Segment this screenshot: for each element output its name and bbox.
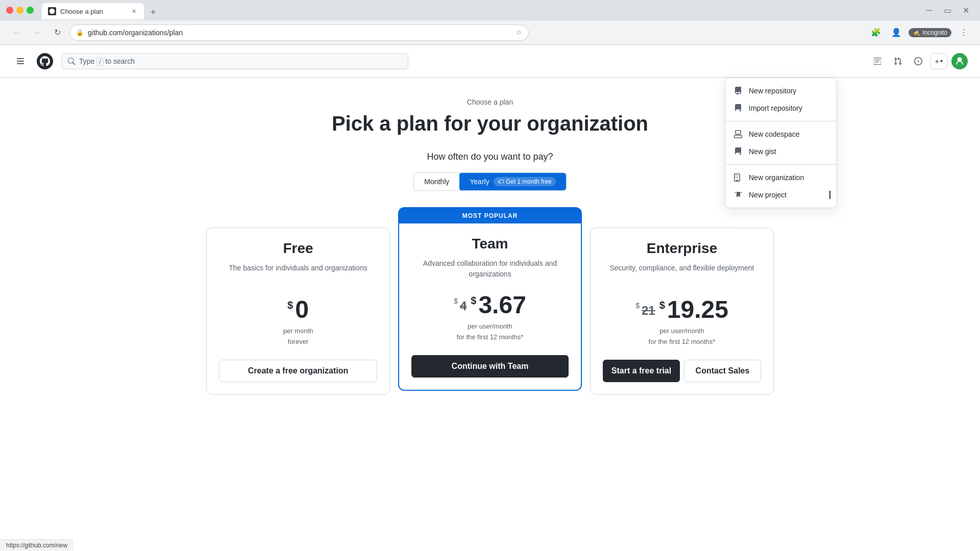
forward-button[interactable]: → bbox=[29, 24, 45, 41]
issues-icon[interactable] bbox=[910, 53, 926, 69]
enterprise-button-group: Start a free trial Contact Sales bbox=[603, 360, 761, 382]
team-plan-desc: Advanced collaboration for individuals a… bbox=[411, 258, 569, 281]
restore-icon[interactable]: ▭ bbox=[939, 2, 955, 18]
import-icon bbox=[733, 104, 743, 113]
active-tab[interactable]: Choose a plan ✕ bbox=[42, 3, 144, 19]
window-maximize-button[interactable] bbox=[27, 7, 34, 14]
free-plan-price: $ 0 bbox=[219, 297, 377, 322]
team-price-original: 4 bbox=[460, 299, 467, 313]
back-button[interactable]: ← bbox=[8, 24, 24, 41]
status-url: https://github.com/new bbox=[6, 542, 67, 549]
team-price-amount: 3.67 bbox=[478, 293, 526, 317]
new-dropdown-button[interactable]: + ▾ bbox=[930, 53, 947, 69]
free-plan-button[interactable]: Create a free organization bbox=[219, 360, 377, 382]
lock-icon: 🔒 bbox=[76, 29, 84, 36]
extensions-icon[interactable]: 🧩 bbox=[868, 24, 884, 41]
import-repository-label: Import repository bbox=[749, 104, 802, 112]
team-plan-card: MOST POPULAR Team Advanced collaboration… bbox=[398, 207, 582, 391]
free-plan-desc: The basics for individuals and organizat… bbox=[219, 263, 377, 285]
team-plan-price: $ 4 $ 3.67 bbox=[411, 293, 569, 317]
free-plan-name: Free bbox=[219, 240, 377, 257]
search-placeholder: Type / to search bbox=[79, 57, 135, 65]
status-bar: https://github.com/new bbox=[0, 539, 74, 551]
address-text: github.com/organizations/plan bbox=[88, 29, 512, 37]
billing-toggle: Monthly Yearly 🏷 Get 1 month free bbox=[413, 172, 566, 191]
new-repository-label: New repository bbox=[749, 87, 796, 95]
featured-badge: MOST POPULAR bbox=[399, 208, 581, 223]
enterprise-plan-price: $ 21 $ 19.25 bbox=[603, 297, 761, 322]
new-project-label: New project bbox=[749, 191, 787, 199]
dropdown-divider-2 bbox=[725, 164, 837, 165]
cursor-indicator bbox=[829, 191, 830, 199]
github-logo[interactable] bbox=[37, 53, 53, 69]
plus-dropdown-menu: New repository Import repository New cod… bbox=[725, 78, 837, 208]
dropdown-item-import-repository[interactable]: Import repository bbox=[725, 99, 837, 117]
pricing-section: Free The basics for individuals and orga… bbox=[0, 207, 980, 395]
codespace-icon bbox=[733, 130, 743, 139]
minimize-icon[interactable]: ─ bbox=[921, 2, 937, 18]
tag-icon: 🏷 bbox=[498, 178, 504, 185]
billing-badge: 🏷 Get 1 month free bbox=[494, 177, 556, 186]
enterprise-sales-button[interactable]: Contact Sales bbox=[684, 360, 761, 382]
window-minimize-button[interactable] bbox=[16, 7, 23, 14]
yearly-billing-option[interactable]: Yearly 🏷 Get 1 month free bbox=[459, 173, 566, 190]
hamburger-menu[interactable] bbox=[12, 53, 29, 69]
free-plan-period: per month forever bbox=[219, 326, 377, 347]
bookmark-icon[interactable]: ☆ bbox=[516, 29, 522, 36]
dropdown-item-new-project[interactable]: New project bbox=[725, 186, 837, 204]
command-palette-icon[interactable] bbox=[869, 53, 886, 69]
enterprise-plan-name: Enterprise bbox=[603, 240, 761, 257]
svg-point-0 bbox=[50, 9, 55, 14]
free-price-amount: 0 bbox=[295, 297, 309, 322]
free-plan-card: Free The basics for individuals and orga… bbox=[206, 228, 390, 395]
enterprise-trial-button[interactable]: Start a free trial bbox=[603, 360, 680, 382]
profile-icon[interactable]: 👤 bbox=[888, 24, 904, 41]
menu-icon[interactable]: ⋮ bbox=[955, 24, 972, 41]
organization-icon bbox=[733, 173, 743, 182]
tab-favicon bbox=[48, 7, 56, 15]
tab-title: Choose a plan bbox=[60, 8, 103, 15]
dropdown-item-new-organization[interactable]: New organization bbox=[725, 169, 837, 186]
new-gist-label: New gist bbox=[749, 147, 776, 156]
dropdown-divider-1 bbox=[725, 121, 837, 121]
enterprise-plan-card: Enterprise Security, compliance, and fle… bbox=[590, 228, 774, 395]
team-plan-period: per user/month for the first 12 months* bbox=[411, 321, 569, 343]
gist-icon bbox=[733, 147, 743, 156]
search-bar[interactable]: Type / to search bbox=[61, 53, 408, 69]
enterprise-price-original: 21 bbox=[642, 304, 655, 318]
pull-requests-icon[interactable] bbox=[890, 53, 906, 69]
incognito-badge: 🕵 Incognito bbox=[909, 28, 951, 37]
enterprise-price-amount: 19.25 bbox=[667, 297, 728, 322]
monthly-billing-option[interactable]: Monthly bbox=[414, 173, 459, 190]
close-icon[interactable]: ✕ bbox=[958, 2, 974, 18]
team-plan-button[interactable]: Continue with Team bbox=[411, 355, 569, 378]
incognito-icon: 🕵 bbox=[913, 29, 920, 36]
new-organization-label: New organization bbox=[749, 173, 804, 182]
new-codespace-label: New codespace bbox=[749, 130, 800, 138]
enterprise-plan-period: per user/month for the first 12 months* bbox=[603, 326, 761, 347]
github-header: Type / to search + ▾ bbox=[0, 45, 980, 78]
enterprise-plan-desc: Security, compliance, and flexible deplo… bbox=[603, 263, 761, 285]
new-tab-button[interactable]: + bbox=[146, 5, 160, 19]
dropdown-item-new-repository[interactable]: New repository bbox=[725, 82, 837, 99]
free-price-dollar: $ bbox=[287, 299, 293, 311]
reload-button[interactable]: ↻ bbox=[49, 24, 65, 41]
enterprise-price-original-dollar: $ bbox=[635, 302, 640, 310]
user-avatar[interactable] bbox=[951, 53, 968, 69]
address-bar[interactable]: 🔒 github.com/organizations/plan ☆ bbox=[69, 24, 529, 41]
dropdown-item-new-gist[interactable]: New gist bbox=[725, 143, 837, 160]
window-close-button[interactable] bbox=[6, 7, 13, 14]
project-icon bbox=[733, 190, 743, 199]
team-price-dollar: $ bbox=[471, 295, 476, 307]
enterprise-price-dollar: $ bbox=[659, 299, 665, 311]
repo-icon bbox=[733, 86, 743, 95]
team-plan-name: Team bbox=[411, 236, 569, 252]
dropdown-item-new-codespace[interactable]: New codespace bbox=[725, 126, 837, 143]
team-price-original-dollar: $ bbox=[454, 297, 458, 305]
tab-close-button[interactable]: ✕ bbox=[130, 7, 138, 15]
